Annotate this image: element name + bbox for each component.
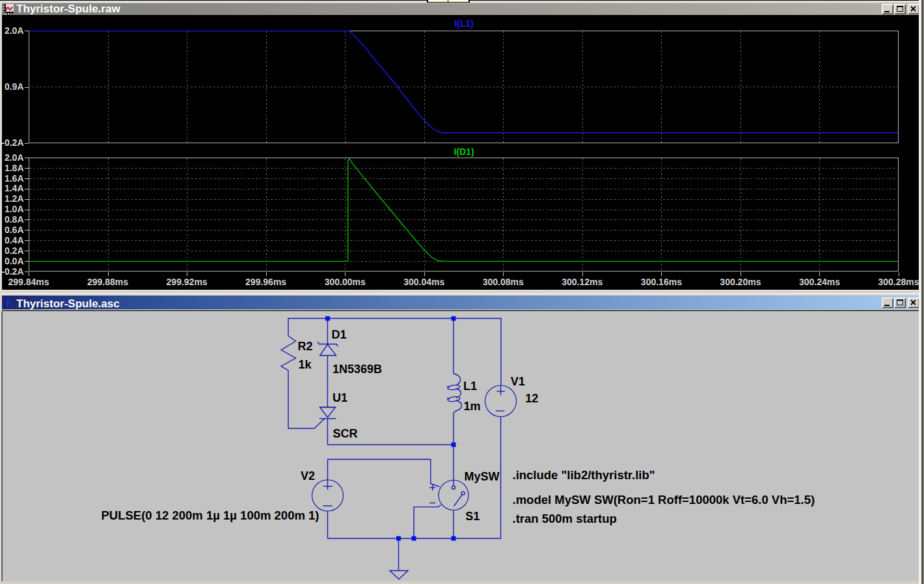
svg-text:300.04ms: 300.04ms [403,277,444,287]
svg-text:.model MySW SW(Ron=1 Roff=1000: .model MySW SW(Ron=1 Roff=10000k Vt=6.0 … [513,493,815,507]
svg-text:PULSE(0 12 200m 1µ 1µ 100m 200: PULSE(0 12 200m 1µ 1µ 100m 200m 1) [102,508,319,522]
svg-text:V2: V2 [301,469,315,482]
svg-text:12: 12 [525,392,538,405]
svg-text:U1: U1 [333,391,347,404]
svg-text:300.08ms: 300.08ms [483,277,524,287]
svg-text:1.4A: 1.4A [5,183,24,193]
svg-text:299.88ms: 299.88ms [87,277,128,287]
svg-text:2.0A: 2.0A [5,25,24,36]
svg-text:S1: S1 [465,510,480,523]
svg-text:2.0A: 2.0A [5,152,24,163]
svg-text:300.00ms: 300.00ms [325,277,366,287]
svg-text:MySW: MySW [465,470,500,483]
svg-text:-0.2A: -0.2A [1,137,23,148]
svg-text:299.96ms: 299.96ms [245,277,286,287]
svg-text:300.16ms: 300.16ms [641,277,682,287]
svg-text:1.2A: 1.2A [5,193,24,204]
svg-text:1k: 1k [299,358,312,371]
svg-text:-0.2A: -0.2A [1,266,23,277]
svg-text:1.8A: 1.8A [5,163,24,173]
svg-text:0.4A: 0.4A [5,235,24,245]
svg-text:299.92ms: 299.92ms [167,277,208,287]
svg-text:0.0A: 0.0A [5,256,24,266]
svg-text:1N5369B: 1N5369B [333,363,382,376]
svg-text:300.24ms: 300.24ms [799,277,840,287]
svg-text:0.9A: 0.9A [5,81,24,92]
svg-text:V1: V1 [511,375,525,388]
svg-text:1.0A: 1.0A [5,204,24,214]
svg-text:300.12ms: 300.12ms [562,277,603,287]
svg-text:299.84ms: 299.84ms [8,277,49,287]
svg-text:300.20ms: 300.20ms [720,277,761,287]
svg-text:L1: L1 [463,380,477,393]
svg-text:300.28ms: 300.28ms [878,277,919,287]
svg-text:SCR: SCR [333,427,358,440]
svg-text:D1: D1 [332,328,347,341]
svg-text:0.6A: 0.6A [5,225,24,235]
svg-text:1.6A: 1.6A [5,173,24,184]
svg-text:0.2A: 0.2A [5,245,24,256]
svg-text:1m: 1m [463,400,480,413]
svg-text:R2: R2 [298,340,313,353]
svg-text:0.8A: 0.8A [5,214,24,225]
svg-text:I(L1): I(L1) [454,18,474,29]
svg-text:.include "lib2/thyristr.lib": .include "lib2/thyristr.lib" [513,468,655,482]
svg-text:.tran 500m startup: .tran 500m startup [513,512,617,525]
svg-text:I(D1): I(D1) [454,146,474,157]
